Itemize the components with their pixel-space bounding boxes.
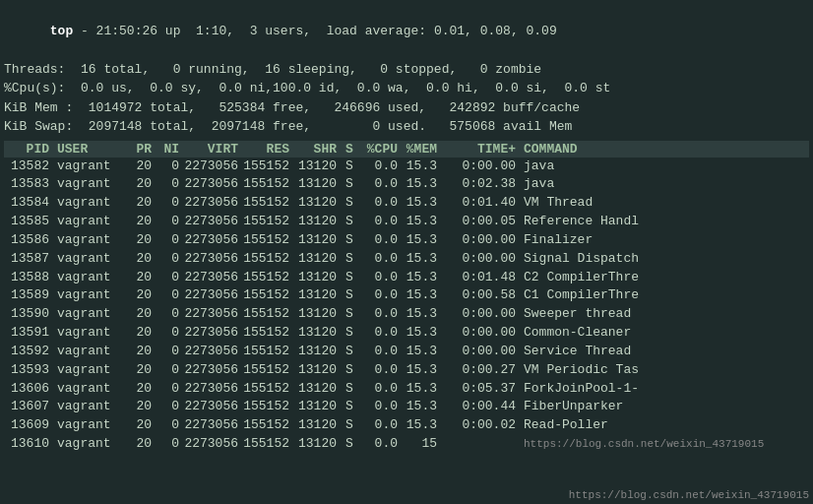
header-line-1: top - 21:50:26 up 1:10, 3 users, load av… — [4, 2, 809, 60]
cell-time: 0:00.58 — [441, 286, 520, 305]
cell-virt: 2273056 — [183, 269, 242, 287]
top-label: top — [50, 24, 73, 38]
cell-s: S — [341, 250, 358, 269]
cell-cmd: https://blog.csdn.net/weixin_43719015 — [520, 435, 809, 454]
cell-res: 155152 — [242, 175, 293, 194]
cell-user: vagrant — [55, 343, 126, 361]
cell-ni: 0 — [156, 361, 183, 380]
cell-s: S — [341, 398, 358, 416]
cell-time: 0:01.48 — [441, 269, 520, 287]
cell-ni: 0 — [156, 324, 183, 343]
cell-pr: 20 — [126, 194, 156, 213]
cell-res: 155152 — [242, 231, 293, 250]
cell-virt: 2273056 — [183, 324, 242, 343]
cell-virt: 2273056 — [183, 158, 242, 176]
cell-cmd: ForkJoinPool-1- — [520, 380, 809, 399]
cell-ni: 0 — [156, 231, 183, 250]
cell-ni: 0 — [156, 380, 183, 399]
cell-shr: 13120 — [293, 398, 341, 416]
header-line-4: KiB Mem : 1014972 total, 525384 free, 24… — [4, 98, 809, 118]
table-row: 13592 vagrant 20 0 2273056 155152 13120 … — [4, 343, 809, 361]
table-row: 13607 vagrant 20 0 2273056 155152 13120 … — [4, 398, 809, 416]
cell-shr: 13120 — [293, 324, 341, 343]
cell-user: vagrant — [55, 380, 126, 399]
cell-pr: 20 — [126, 286, 156, 305]
cell-pid: 13582 — [4, 158, 55, 176]
cell-s: S — [341, 231, 358, 250]
table-row: 13583 vagrant 20 0 2273056 155152 13120 … — [4, 175, 809, 194]
cell-res: 155152 — [242, 343, 293, 361]
cell-pid: 13589 — [4, 286, 55, 305]
cell-s: S — [341, 324, 358, 343]
cell-user: vagrant — [55, 158, 126, 176]
cell-time: 0:01.40 — [441, 194, 520, 213]
cell-user: vagrant — [55, 286, 126, 305]
header-line-3: %Cpu(s): 0.0 us, 0.0 sy, 0.0 ni,100.0 id… — [4, 79, 809, 98]
cell-pr: 20 — [126, 361, 156, 380]
cell-cmd: Common-Cleaner — [520, 324, 809, 343]
cell-virt: 2273056 — [183, 398, 242, 416]
cell-virt: 2273056 — [183, 231, 242, 250]
col-header-s: S — [341, 142, 358, 157]
cell-res: 155152 — [242, 380, 293, 399]
cell-time — [441, 435, 520, 454]
table-row: 13610 vagrant 20 0 2273056 155152 13120 … — [4, 435, 809, 454]
cell-pid: 13584 — [4, 194, 55, 213]
col-header-cpu: %CPU — [358, 142, 402, 157]
table-body: 13582 vagrant 20 0 2273056 155152 13120 … — [4, 158, 809, 455]
cell-user: vagrant — [55, 361, 126, 380]
table-row: 13593 vagrant 20 0 2273056 155152 13120 … — [4, 361, 809, 380]
cell-cpu: 0.0 — [358, 231, 402, 250]
col-header-pid: PID — [4, 142, 55, 157]
cell-shr: 13120 — [293, 213, 341, 231]
cell-time: 0:00.00 — [441, 158, 520, 176]
cell-shr: 13120 — [293, 250, 341, 269]
cell-pid: 13583 — [4, 175, 55, 194]
cell-res: 155152 — [242, 416, 293, 435]
cell-res: 155152 — [242, 250, 293, 269]
cell-ni: 0 — [156, 435, 183, 454]
cell-pid: 13609 — [4, 416, 55, 435]
cell-cmd: C1 CompilerThre — [520, 286, 809, 305]
cell-cpu: 0.0 — [358, 435, 402, 454]
cell-mem: 15.3 — [402, 286, 441, 305]
cell-virt: 2273056 — [183, 305, 242, 324]
cell-pr: 20 — [126, 269, 156, 287]
cell-cmd: java — [520, 175, 809, 194]
cell-mem: 15 — [402, 435, 441, 454]
cell-res: 155152 — [242, 286, 293, 305]
cell-mem: 15.3 — [402, 158, 441, 176]
cell-s: S — [341, 286, 358, 305]
cell-virt: 2273056 — [183, 435, 242, 454]
cell-pr: 20 — [126, 250, 156, 269]
cell-pr: 20 — [126, 213, 156, 231]
cell-pid: 13590 — [4, 305, 55, 324]
cell-cmd: VM Periodic Tas — [520, 361, 809, 380]
cell-cpu: 0.0 — [358, 416, 402, 435]
cell-user: vagrant — [55, 416, 126, 435]
cell-mem: 15.3 — [402, 231, 441, 250]
cell-cpu: 0.0 — [358, 213, 402, 231]
cell-s: S — [341, 175, 358, 194]
cell-cpu: 0.0 — [358, 286, 402, 305]
cell-user: vagrant — [55, 231, 126, 250]
cell-ni: 0 — [156, 175, 183, 194]
col-header-mem: %MEM — [402, 142, 441, 157]
cell-pr: 20 — [126, 158, 156, 176]
col-header-pr: PR — [126, 142, 156, 157]
cell-cpu: 0.0 — [358, 305, 402, 324]
cell-s: S — [341, 343, 358, 361]
cell-s: S — [341, 158, 358, 176]
cell-mem: 15.3 — [402, 416, 441, 435]
cell-user: vagrant — [55, 435, 126, 454]
cell-s: S — [341, 435, 358, 454]
cell-shr: 13120 — [293, 158, 341, 176]
cell-s: S — [341, 305, 358, 324]
cell-virt: 2273056 — [183, 380, 242, 399]
cell-s: S — [341, 194, 358, 213]
cell-cpu: 0.0 — [358, 194, 402, 213]
cell-virt: 2273056 — [183, 213, 242, 231]
cell-res: 155152 — [242, 213, 293, 231]
cell-virt: 2273056 — [183, 250, 242, 269]
terminal: top - 21:50:26 up 1:10, 3 users, load av… — [0, 0, 813, 504]
